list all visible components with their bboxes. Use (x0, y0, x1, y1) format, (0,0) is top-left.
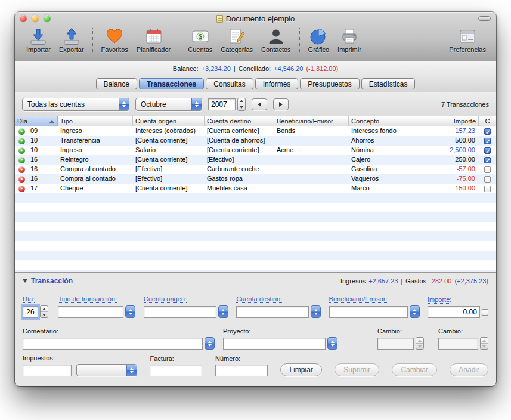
dia-input[interactable] (23, 306, 38, 318)
right-arrow-icon (279, 102, 283, 107)
anadir-button[interactable]: Añadir (450, 363, 488, 376)
factura-input[interactable] (150, 365, 202, 376)
column-header-origen[interactable]: Cuenta origen (133, 116, 205, 126)
cambio1-stepper[interactable] (416, 337, 424, 350)
month-select-value: Octubre (136, 98, 191, 110)
reconciled-checkbox[interactable] (484, 186, 491, 192)
column-header-tipo[interactable]: Tipo (58, 116, 133, 126)
comentario-input[interactable] (23, 338, 203, 350)
toolbar-button-grafico[interactable]: Gráfico (304, 26, 333, 54)
titlebar[interactable]: Documento ejemplo (15, 12, 496, 25)
toolbar-button-cuentas[interactable]: $ Cuentas (184, 26, 216, 54)
toolbar-button-categorias[interactable]: Categorías (216, 26, 257, 54)
table-row[interactable]: 17 Cheque [Cuenta corriente] Muebles cas… (15, 184, 496, 193)
dia-label[interactable]: Día: (23, 295, 35, 303)
transaction-count: 7 Transacciones (441, 101, 489, 108)
tab-balance[interactable]: Balance (96, 78, 137, 89)
balance-line: Balance: +3,234.20 | Conciliado: +4,546.… (15, 61, 496, 76)
importe-input[interactable] (428, 306, 480, 318)
zoom-button[interactable] (44, 15, 51, 22)
table-row[interactable]: 16 Compra al contado [Efectivo] Gastos r… (15, 174, 496, 184)
stepper-down-icon[interactable] (238, 104, 245, 110)
table-row[interactable]: 10 Transferencia [Cuenta corriente] [Cue… (15, 136, 496, 146)
tab-transacciones[interactable]: Transacciones (139, 78, 204, 89)
limpiar-button[interactable]: Limpiar (280, 363, 321, 376)
toolbar-button-exportar[interactable]: Exportar (55, 26, 88, 54)
table-row[interactable]: 16 Compra al contado [Efectivo] Carburan… (15, 165, 496, 174)
reconciled-checkbox[interactable] (484, 157, 491, 163)
tipo-combo-button[interactable] (125, 305, 135, 318)
window-chrome: Documento ejemplo Importar Exportar (15, 12, 496, 61)
previous-period-button[interactable] (252, 98, 267, 110)
cuenta-origen-label[interactable]: Cuenta origen: (144, 295, 187, 303)
toolbar-button-planificador[interactable]: Planificador (132, 26, 175, 54)
table-row[interactable]: 10 Ingreso Salario [Cuenta corriente] Ac… (15, 146, 496, 155)
impuestos-label: Impuestos: (23, 354, 137, 362)
column-header-beneficiario[interactable]: Beneficiario/Emisor (274, 116, 349, 126)
toolbar-button-contactos[interactable]: Contactos (257, 26, 295, 54)
popup-arrows-icon (126, 365, 137, 376)
beneficiario-input[interactable] (329, 306, 408, 318)
cambio2-input[interactable] (438, 338, 478, 350)
month-select[interactable]: Octubre (135, 98, 202, 111)
column-header-c[interactable]: C (479, 116, 496, 126)
proyecto-input[interactable] (223, 338, 326, 350)
reconciled-checkbox[interactable] (484, 128, 491, 135)
impuestos-input[interactable] (23, 365, 72, 376)
cambio1-input[interactable] (377, 338, 414, 350)
reconciled-checkbox[interactable] (484, 166, 491, 173)
panel-title: Transacción (31, 277, 73, 285)
tipo-label[interactable]: Tipo de transacción: (58, 295, 117, 303)
toolbar-button-importar[interactable]: Importar (22, 26, 55, 54)
next-period-button[interactable] (273, 98, 289, 110)
proyecto-combo-button[interactable] (327, 337, 337, 350)
disclosure-triangle-icon[interactable] (23, 279, 27, 283)
toolbar-toggle-button[interactable] (478, 16, 491, 21)
beneficiario-combo-button[interactable] (410, 305, 420, 318)
reconciled-checkbox[interactable] (484, 147, 491, 154)
tab-consultas[interactable]: Consultas (206, 78, 253, 89)
info-bar: Balance: +3,234.20 | Conciliado: +4,546.… (15, 61, 496, 92)
cambiar-button[interactable]: Cambiar (392, 363, 436, 376)
expense-icon (18, 176, 25, 183)
income-icon (18, 157, 25, 163)
beneficiario-label[interactable]: Beneficiario/Emisor: (329, 295, 388, 303)
impuestos-select-value (77, 365, 126, 376)
accounts-select-value: Todas las cuentas (23, 98, 119, 110)
toolbar-button-preferencias[interactable]: Preferencias (445, 26, 490, 54)
cuenta-origen-combo-button[interactable] (218, 305, 228, 318)
suprimir-button[interactable]: Suprimir (335, 363, 379, 376)
cuenta-destino-input[interactable] (236, 306, 309, 318)
column-header-importe[interactable]: Importe (426, 116, 479, 126)
column-header-concepto[interactable]: Concepto (349, 116, 426, 126)
numero-input[interactable] (215, 365, 268, 376)
tab-presupuestos[interactable]: Presupuestos (300, 78, 359, 89)
importe-reconciled-checkbox[interactable] (482, 309, 488, 316)
column-header-dia[interactable]: Día (15, 116, 58, 126)
importe-label[interactable]: Importe: (428, 296, 451, 304)
cuenta-destino-label[interactable]: Cuenta destino: (236, 295, 282, 303)
reconciled-checkbox[interactable] (484, 176, 491, 183)
cuenta-destino-combo-button[interactable] (311, 305, 321, 318)
toolbar-button-favoritos[interactable]: Favoritos (97, 26, 132, 54)
tab-estadisticas[interactable]: Estadísticas (361, 78, 416, 89)
table-row[interactable]: 09 Ingreso Intereses (cobrados) [Cuenta … (15, 126, 496, 136)
year-input[interactable] (208, 98, 236, 110)
dia-stepper[interactable] (40, 305, 48, 318)
tipo-input[interactable] (58, 306, 123, 318)
pie-chart-icon (308, 27, 329, 45)
tab-informes[interactable]: Informes (255, 78, 299, 89)
comentario-combo-button[interactable] (205, 337, 215, 350)
reconciled-checkbox[interactable] (484, 138, 491, 144)
accounts-select[interactable]: Todas las cuentas (22, 98, 129, 111)
table-row[interactable]: 16 Reintegro [Cuenta corriente] [Efectiv… (15, 155, 496, 165)
minimize-button[interactable] (32, 15, 39, 22)
impuestos-select[interactable] (76, 364, 137, 376)
toolbar-button-imprimir[interactable]: Imprimir (333, 26, 366, 54)
cambio2-stepper[interactable] (480, 337, 488, 350)
cuenta-origen-input[interactable] (144, 306, 216, 318)
year-stepper[interactable] (237, 98, 246, 111)
stepper-up-icon[interactable] (238, 98, 245, 105)
column-header-destino[interactable]: Cuenta destino (205, 116, 274, 126)
close-button[interactable] (20, 15, 27, 22)
